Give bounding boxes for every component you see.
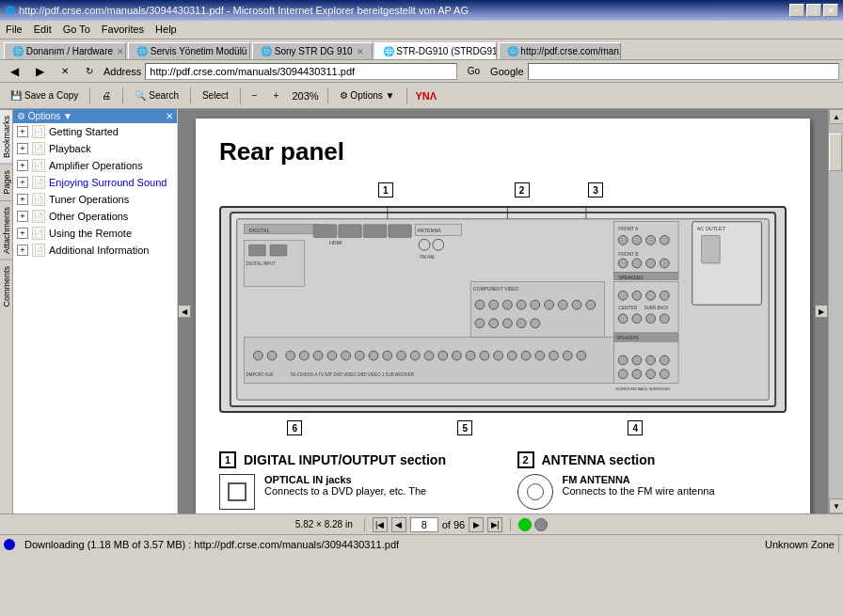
sidebar-item-playback[interactable]: + 📄 Playback: [13, 140, 177, 157]
maximize-button[interactable]: □: [806, 4, 821, 17]
svg-point-64: [286, 351, 295, 360]
sidebar-item-getting-started[interactable]: + 📄 Getting Started: [13, 123, 177, 140]
scroll-thumb[interactable]: [829, 134, 842, 171]
sidebar-item-remote[interactable]: + 📄 Using the Remote: [13, 225, 177, 242]
select-button[interactable]: Select: [196, 86, 235, 106]
svg-point-95: [618, 370, 628, 379]
zoom-out-button[interactable]: −: [246, 86, 264, 106]
expand-additional[interactable]: +: [17, 245, 28, 256]
zone-label: Unknown Zone: [765, 539, 835, 550]
menu-goto[interactable]: Go To: [57, 23, 96, 37]
sidebar-item-surround[interactable]: + 📄 Enjoying Surround Sound: [13, 174, 177, 191]
status-icon[interactable]: [4, 538, 17, 551]
sidebar-panel: ⚙ Options ▼ ✕ + 📄 Getting Started + 📄 Pl…: [13, 109, 178, 513]
address-input[interactable]: [145, 63, 456, 80]
svg-text:HDMI: HDMI: [329, 240, 342, 245]
tab-0[interactable]: 🌐 Donanım / Hardware ✕: [4, 42, 126, 59]
expand-surround[interactable]: +: [17, 177, 28, 188]
page-number-input[interactable]: [410, 517, 438, 532]
window-controls[interactable]: − □ ✕: [789, 4, 838, 17]
menu-help[interactable]: Help: [150, 23, 183, 37]
svg-point-21: [618, 259, 628, 268]
svg-text:SURROUND BACK  SURROUND: SURROUND BACK SURROUND: [615, 387, 670, 391]
menu-favorites[interactable]: Favorites: [96, 23, 150, 37]
attachments-tab[interactable]: Attachments: [0, 200, 12, 260]
save-copy-button[interactable]: 💾 Save a Copy: [4, 86, 85, 106]
forward-button[interactable]: ▶: [29, 61, 51, 82]
save-icon: 💾: [10, 90, 22, 101]
print-button[interactable]: 🖨: [95, 86, 118, 106]
info-icon: [4, 539, 15, 550]
status-gray-dot: [534, 518, 548, 531]
tab-0-close[interactable]: ✕: [117, 47, 124, 56]
svg-point-79: [494, 351, 503, 360]
sidebar-label-surround: Enjoying Surround Sound: [49, 177, 167, 188]
go-button[interactable]: Go: [461, 61, 486, 82]
svg-point-40: [531, 300, 540, 309]
expand-tuner[interactable]: +: [17, 194, 28, 205]
icon-tuner: 📄: [32, 193, 45, 206]
tab-3[interactable]: 🌐 STR-DG910 (STRDG910) : E... ✕: [374, 42, 497, 59]
svg-point-72: [397, 351, 406, 360]
top-callouts: 1 2 3: [219, 178, 787, 206]
tab-1[interactable]: 🌐 Servis Yönetim Modülü ✕: [128, 42, 250, 59]
prev-page-btn[interactable]: ◀: [391, 517, 406, 532]
menu-edit[interactable]: Edit: [28, 23, 57, 37]
section-2-num: 2: [517, 451, 534, 468]
minimize-button[interactable]: −: [789, 4, 804, 17]
svg-text:SURR.BACK: SURR.BACK: [644, 306, 669, 310]
expand-getting-started[interactable]: +: [17, 126, 28, 137]
sidebar-item-other[interactable]: + 📄 Other Operations: [13, 208, 177, 225]
zoom-level: 203%: [288, 90, 322, 102]
svg-text:FRONT B: FRONT B: [618, 252, 638, 257]
options-button[interactable]: ⚙ Options ▼: [333, 86, 402, 106]
search-button[interactable]: 🔍 Search: [128, 86, 185, 106]
section-2-header: 2 ANTENNA section: [517, 451, 787, 468]
close-button[interactable]: ✕: [823, 4, 838, 17]
stop-button[interactable]: ✕: [55, 61, 75, 82]
scroll-left-btn[interactable]: ◀: [178, 305, 191, 318]
expand-playback[interactable]: +: [17, 143, 28, 154]
sidebar-item-tuner[interactable]: + 📄 Tuner Operations: [13, 191, 177, 208]
expand-remote[interactable]: +: [17, 228, 28, 239]
first-page-btn[interactable]: |◀: [373, 517, 388, 532]
pages-tab[interactable]: Pages: [0, 164, 12, 200]
tab-1-label: 🌐 Servis Yönetim Modülü: [136, 46, 247, 56]
bookmarks-tab[interactable]: Bookmarks: [0, 109, 12, 164]
google-label: Google: [490, 66, 523, 77]
section-2-info: 2 ANTENNA section FM ANTENNA Connects to…: [517, 451, 787, 510]
tab-4[interactable]: 🌐 http://pdf.crse.com/man... ✕: [499, 42, 621, 59]
tab-2-close[interactable]: ✕: [357, 47, 364, 56]
pdf-page: Rear panel 1 2 3: [196, 118, 810, 513]
sidebar-item-additional[interactable]: + 📄 Additional Information: [13, 242, 177, 259]
next-page-btn[interactable]: ▶: [469, 517, 484, 532]
svg-text:SA-CD/DVD-A  TV  SAT  DVD  VID: SA-CD/DVD-A TV SAT DVD VIDEO 2/BD VIDEO …: [291, 372, 414, 377]
svg-point-59: [646, 314, 656, 324]
refresh-button[interactable]: ↻: [79, 61, 100, 82]
search-input[interactable]: [528, 63, 839, 80]
svg-text:AC OUTLET: AC OUTLET: [697, 226, 726, 231]
svg-point-70: [369, 351, 378, 360]
sidebar-close[interactable]: ✕: [166, 111, 173, 121]
tab-3-label: 🌐 STR-DG910 (STRDG910) : E...: [383, 46, 497, 56]
svg-text:DIGITAL INPUT: DIGITAL INPUT: [247, 261, 276, 266]
sidebar-item-amplifier[interactable]: + 📄 Amplifier Operations: [13, 157, 177, 174]
expand-amplifier[interactable]: +: [17, 160, 28, 171]
fm-antenna-icon: [517, 474, 553, 510]
comments-tab[interactable]: Comments: [0, 260, 12, 313]
tab-2[interactable]: 🌐 Sony STR DG 910 ✕: [252, 42, 373, 59]
scroll-down-btn[interactable]: ▼: [829, 498, 843, 513]
scroll-track[interactable]: [829, 124, 843, 498]
svg-point-84: [563, 351, 572, 360]
scroll-up-btn[interactable]: ▲: [829, 109, 843, 124]
svg-point-98: [660, 370, 669, 379]
icon-getting-started: 📄: [32, 125, 45, 138]
menu-file[interactable]: File: [0, 23, 28, 37]
svg-point-65: [300, 351, 310, 360]
scroll-right-btn[interactable]: ▶: [815, 305, 828, 318]
last-page-btn[interactable]: ▶|: [487, 517, 502, 532]
zoom-in-button[interactable]: +: [267, 86, 286, 106]
panel-svg: DIGITAL HDMI ANTENNA FM AM: [219, 206, 787, 413]
expand-other[interactable]: +: [17, 211, 28, 222]
back-button[interactable]: ◀: [4, 61, 25, 82]
